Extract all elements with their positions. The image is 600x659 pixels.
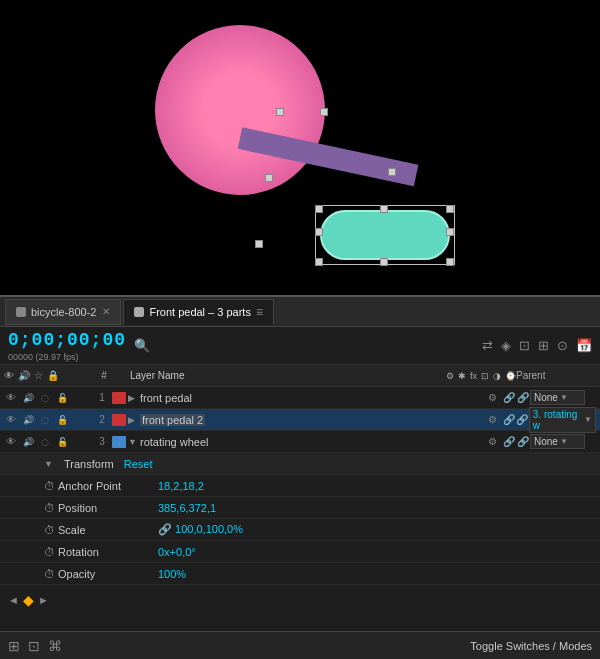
scale-name: Scale — [58, 524, 158, 536]
anchor-stopwatch[interactable]: ⏱ — [44, 480, 58, 492]
transform-sq-2[interactable] — [388, 168, 396, 176]
tab-bicycle[interactable]: bicycle-800-2 ✕ — [5, 299, 121, 325]
layer-1-audio[interactable]: 🔊 — [21, 391, 35, 405]
bottom-bar: ⊞ ⊡ ⌘ Toggle Switches / Modes — [0, 631, 600, 659]
layer-2-eye[interactable]: 👁 — [4, 413, 18, 427]
layer-3-sw1[interactable]: ⚙ — [485, 435, 499, 449]
layer-3-parent-link[interactable]: 🔗 — [516, 435, 530, 449]
layer-1-eye[interactable]: 👁 — [4, 391, 18, 405]
layer-3-parent: 🔗 None ▼ — [516, 434, 596, 449]
sel-corner-tc[interactable] — [380, 205, 388, 213]
layer-2-solo[interactable]: ◌ — [38, 413, 52, 427]
layer-3-color — [112, 436, 126, 448]
bottom-icon-1[interactable]: ⊞ — [8, 638, 20, 654]
layer-2-parent-dropdown[interactable]: 3. rotating w ▼ — [529, 407, 596, 433]
layer-2-parent-arrow: ▼ — [584, 415, 592, 424]
transform-section: ▼ Transform Reset ⏱ Anchor Point 18,2,18… — [0, 453, 600, 585]
transform-sq-1[interactable] — [265, 174, 273, 182]
timecode-display[interactable]: 0;00;00;00 — [8, 330, 126, 350]
bottom-icon-3[interactable]: ⌘ — [48, 638, 62, 654]
tool-icon-2[interactable]: ◈ — [501, 338, 511, 353]
sel-corner-ml[interactable] — [315, 228, 323, 236]
tab-frontpedal[interactable]: Front pedal – 3 parts ≡ — [123, 299, 274, 325]
tool-icon-5[interactable]: ⊙ — [557, 338, 568, 353]
layer-2-parent: 🔗 3. rotating w ▼ — [516, 407, 596, 433]
prop-row-position: ⏱ Position 385,6,372,1 — [0, 497, 600, 519]
layer-row-1[interactable]: 👁 🔊 ◌ 🔓 1 ▶ front pedal ⚙ 🔗 🔗 None ▼ — [0, 387, 600, 409]
anchor-name: Anchor Point — [58, 480, 158, 492]
layer-2-lock[interactable]: 🔓 — [55, 413, 69, 427]
layer-2-audio[interactable]: 🔊 — [21, 413, 35, 427]
transform-reset[interactable]: Reset — [124, 458, 153, 470]
toggle-switches-label[interactable]: Toggle Switches / Modes — [470, 640, 592, 652]
layer-row-2[interactable]: 👁 🔊 ◌ 🔓 2 ▶ front pedal 2 ⚙ 🔗 🔗 3. rotat… — [0, 409, 600, 431]
layer-3-name[interactable]: rotating wheel — [140, 436, 209, 448]
col-name-header: Layer Name — [130, 370, 386, 381]
bottom-icons: ⊞ ⊡ ⌘ — [8, 638, 62, 654]
position-value[interactable]: 385,6,372,1 — [158, 502, 216, 514]
anchor-value[interactable]: 18,2,18,2 — [158, 480, 204, 492]
layer-3-parent-value: None — [534, 436, 558, 447]
anchor-handle-tl[interactable] — [276, 108, 284, 116]
rotation-stopwatch[interactable]: ⏱ — [44, 546, 58, 558]
tab-frontpedal-menu[interactable]: ≡ — [256, 305, 263, 319]
transform-expand[interactable]: ▼ — [44, 459, 56, 469]
layer-2-link[interactable]: 🔗 — [502, 413, 516, 427]
switch-icon-5: ◑ — [493, 371, 501, 381]
layer-3-parent-dropdown[interactable]: None ▼ — [530, 434, 585, 449]
layer-1-link[interactable]: 🔗 — [502, 391, 516, 405]
bottom-icon-2[interactable]: ⊡ — [28, 638, 40, 654]
prev-keyframe-btn[interactable]: ◄ — [8, 594, 19, 606]
anchor-handle-tr[interactable] — [320, 108, 328, 116]
layer-3-audio[interactable]: 🔊 — [21, 435, 35, 449]
tool-icon-1[interactable]: ⇄ — [482, 338, 493, 353]
switch-icon-2: ✱ — [458, 371, 466, 381]
layer-2-expand[interactable]: ▶ — [128, 415, 140, 425]
tool-icon-4[interactable]: ⊞ — [538, 338, 549, 353]
scale-value[interactable]: 🔗 100,0,100,0% — [158, 523, 243, 536]
layer-1-expand[interactable]: ▶ — [128, 393, 140, 403]
sel-corner-tr[interactable] — [446, 205, 454, 213]
layer-1-name[interactable]: front pedal — [140, 392, 192, 404]
layer-row-3[interactable]: 👁 🔊 ◌ 🔓 3 ▼ rotating wheel ⚙ 🔗 🔗 None ▼ — [0, 431, 600, 453]
layer-2-num: 2 — [92, 414, 112, 425]
layer-1-lock[interactable]: 🔓 — [55, 391, 69, 405]
layer-1-num: 1 — [92, 392, 112, 403]
keyframe-diamond[interactable]: ◆ — [23, 592, 34, 608]
tool-icon-6[interactable]: 📅 — [576, 338, 592, 353]
layer-3-lock[interactable]: 🔓 — [55, 435, 69, 449]
sel-corner-mr[interactable] — [446, 228, 454, 236]
search-icon[interactable]: 🔍 — [134, 338, 150, 353]
layer-2-name[interactable]: front pedal 2 — [140, 414, 205, 426]
opacity-stopwatch[interactable]: ⏱ — [44, 568, 58, 580]
sel-corner-tl[interactable] — [315, 205, 323, 213]
layer-3-eye[interactable]: 👁 — [4, 435, 18, 449]
layer-1-sw1[interactable]: ⚙ — [485, 391, 499, 405]
col-switches-header: ⚙ ✱ fx ⊡ ◑ ⌚ — [386, 371, 516, 381]
sel-corner-bl[interactable] — [315, 258, 323, 266]
sel-corner-bc[interactable] — [380, 258, 388, 266]
timeline-panel: bicycle-800-2 ✕ Front pedal – 3 parts ≡ … — [0, 295, 600, 659]
transform-sq-3[interactable] — [255, 240, 263, 248]
layer-1-solo[interactable]: ◌ — [38, 391, 52, 405]
rotation-value[interactable]: 0x+0,0° — [158, 546, 196, 558]
scale-stopwatch[interactable]: ⏱ — [44, 524, 58, 536]
prop-row-anchor: ⏱ Anchor Point 18,2,18,2 — [0, 475, 600, 497]
layer-3-solo[interactable]: ◌ — [38, 435, 52, 449]
next-keyframe-btn[interactable]: ► — [38, 594, 49, 606]
layer-1-parent-link[interactable]: 🔗 — [516, 391, 530, 405]
position-stopwatch[interactable]: ⏱ — [44, 502, 58, 514]
layer-1-vis-icons: 👁 🔊 ◌ 🔓 — [4, 391, 92, 405]
col-audio-icon: 🔊 — [18, 370, 30, 381]
layer-3-link[interactable]: 🔗 — [502, 435, 516, 449]
layer-1-parent-dropdown[interactable]: None ▼ — [530, 390, 585, 405]
sel-corner-br[interactable] — [446, 258, 454, 266]
tab-bicycle-close[interactable]: ✕ — [102, 306, 110, 317]
tool-icon-3[interactable]: ⊡ — [519, 338, 530, 353]
opacity-value[interactable]: 100% — [158, 568, 186, 580]
tab-bar: bicycle-800-2 ✕ Front pedal – 3 parts ≡ — [0, 297, 600, 327]
layer-2-parent-value: 3. rotating w — [533, 409, 582, 431]
layer-2-parent-link[interactable]: 🔗 — [516, 413, 529, 427]
layer-2-sw1[interactable]: ⚙ — [485, 413, 499, 427]
layer-3-expand[interactable]: ▼ — [128, 437, 140, 447]
